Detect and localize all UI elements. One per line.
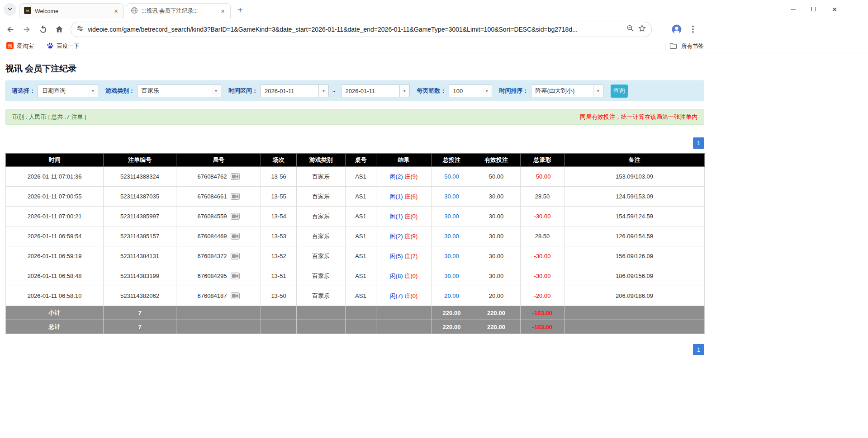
cell-session: 13-50: [261, 286, 297, 306]
video-icon: [231, 173, 240, 180]
bookmark-baidu[interactable]: 百度一下: [47, 42, 80, 51]
col-bet-id: 注单编号: [104, 154, 176, 167]
tab-close-icon[interactable]: ×: [112, 7, 120, 15]
video-replay-button[interactable]: [231, 173, 240, 180]
cell-game: 百家乐: [297, 187, 346, 207]
cell-table: AS1: [346, 207, 376, 226]
cell-note: 153.09/103.09: [564, 167, 705, 187]
col-session: 场次: [261, 154, 297, 167]
cell-time: 2026-01-11 07:00:55: [6, 187, 104, 207]
page-size-select[interactable]: 100 ▼: [449, 85, 492, 97]
search-button[interactable]: 查询: [611, 85, 628, 98]
cell-valid-bet: 30.00: [472, 207, 521, 226]
tab-search-button[interactable]: [4, 3, 16, 16]
table-row: 2026-01-11 06:59:19523114384131676084372…: [6, 246, 705, 266]
cell-game: 百家乐: [297, 266, 346, 286]
cell-bet-id: 523114387035: [104, 187, 176, 207]
cell-bet-id: 523114383199: [104, 266, 176, 286]
menu-button[interactable]: [685, 22, 701, 37]
filter-bar: 请选择： 日期查询 ▼ 游戏类别： 百家乐 ▼ 时间区间： 2026-01-11…: [5, 80, 704, 101]
cell-result: 闲(1)庄(6): [376, 187, 432, 207]
bookmark-label: 爱淘宝: [17, 42, 34, 50]
col-table: 桌号: [346, 154, 376, 167]
maximize-button[interactable]: [807, 2, 821, 16]
result-banker: 庄(6): [405, 193, 418, 200]
total-bet-link[interactable]: 50.00: [444, 173, 459, 180]
mode-select[interactable]: 日期查询 ▼: [38, 85, 98, 97]
kebab-menu-icon: [692, 25, 694, 33]
close-icon: ×: [832, 5, 837, 14]
game-type-select[interactable]: 百家乐 ▼: [137, 85, 221, 97]
globe-favicon: [131, 7, 138, 16]
home-button[interactable]: [52, 22, 67, 37]
cell-table: AS1: [346, 246, 376, 266]
cell-total-bet: 30.00: [432, 226, 472, 246]
new-tab-button[interactable]: +: [233, 3, 247, 17]
cell-result: 闲(5)庄(7): [376, 246, 432, 266]
video-icon: [231, 193, 240, 200]
forward-button[interactable]: [19, 22, 34, 37]
cell-time: 2026-01-11 07:01:36: [6, 167, 104, 187]
subtotal-count: 7: [104, 306, 176, 320]
tab-close-icon[interactable]: ×: [219, 7, 227, 15]
total-bet-link[interactable]: 30.00: [444, 233, 459, 240]
total-bet-link[interactable]: 30.00: [444, 213, 459, 220]
result-banker: 庄(9): [405, 233, 418, 240]
total-bet-link[interactable]: 30.00: [444, 253, 459, 259]
total-bet-link[interactable]: 30.00: [444, 273, 459, 279]
cell-bet-id: 523114385157: [104, 226, 176, 246]
subtotal-payout: -103.00: [521, 306, 564, 320]
back-button[interactable]: [3, 22, 18, 37]
cell-table: AS1: [346, 226, 376, 246]
zoom-icon[interactable]: [626, 24, 634, 34]
bet-table-body: 2026-01-11 07:01:36523114388324676084762…: [6, 167, 705, 306]
result-player: 闲(8): [390, 273, 403, 279]
reload-button[interactable]: [35, 22, 51, 37]
total-bet-link[interactable]: 20.00: [444, 292, 459, 299]
sort-select[interactable]: 降幂(由大到小) ▼: [531, 85, 603, 97]
address-bar[interactable]: videoie.com/game/betrecord_search/kind3?…: [71, 22, 652, 37]
subtotal-total-bet: 220.00: [432, 306, 472, 320]
bookmark-aitaobao[interactable]: 淘 爱淘宝: [6, 42, 34, 51]
result-banker: 庄(0): [405, 292, 418, 299]
all-bookmarks-button[interactable]: 所有书签: [665, 42, 704, 51]
close-button[interactable]: ×: [828, 2, 841, 16]
page-1-button[interactable]: 1: [693, 344, 704, 355]
cell-payout: 28.50: [521, 187, 564, 207]
video-replay-button[interactable]: [231, 213, 240, 220]
cell-round: 676084559: [176, 207, 261, 226]
date-start-select[interactable]: 2026-01-11 ▼: [260, 85, 329, 97]
cell-total-bet: 30.00: [432, 207, 472, 226]
video-replay-button[interactable]: [231, 253, 240, 259]
baidu-paw-icon: [47, 42, 54, 51]
profile-button[interactable]: [669, 22, 684, 37]
minimize-button[interactable]: [786, 2, 800, 16]
cell-valid-bet: 50.00: [472, 167, 521, 187]
total-bet-link[interactable]: 30.00: [444, 193, 459, 200]
result-player: 闲(5): [390, 253, 403, 259]
cell-result: 闲(2)庄(9): [376, 226, 432, 246]
date-end-select[interactable]: 2026-01-11 ▼: [341, 85, 410, 97]
page-1-button[interactable]: 1: [693, 137, 704, 149]
video-replay-button[interactable]: [231, 273, 240, 279]
tab-strip: Welcome × :::视讯 会员下注纪录::: × + ×: [0, 0, 868, 19]
bookmark-star-icon[interactable]: [638, 24, 646, 34]
cell-note: 206.09/186.09: [564, 286, 705, 306]
maximize-icon: [811, 7, 816, 11]
chevron-down-icon: ▼: [593, 85, 603, 97]
site-settings-icon[interactable]: [76, 25, 84, 34]
subtotal-row: 小计 7 220.00 220.00 -103.00: [6, 306, 705, 320]
video-replay-button[interactable]: [231, 292, 240, 299]
cell-round: 676084469: [176, 226, 261, 246]
video-replay-button[interactable]: [231, 193, 240, 200]
bet-records-table: 时间 注单编号 局号 场次 游戏类别 桌号 结果 总投注 有效投注 总派彩 备注…: [5, 153, 705, 334]
tab-title: :::视讯 会员下注纪录:::: [142, 7, 215, 15]
browser-tab-betrecord[interactable]: :::视讯 会员下注纪录::: ×: [126, 3, 231, 19]
cell-valid-bet: 30.00: [472, 266, 521, 286]
table-row: 2026-01-11 07:00:21523114385997676084559…: [6, 207, 705, 226]
cell-valid-bet: 30.00: [472, 226, 521, 246]
cell-payout: -30.00: [521, 246, 564, 266]
browser-tab-welcome[interactable]: Welcome ×: [19, 3, 124, 19]
video-replay-button[interactable]: [231, 233, 240, 240]
cell-game: 百家乐: [297, 207, 346, 226]
